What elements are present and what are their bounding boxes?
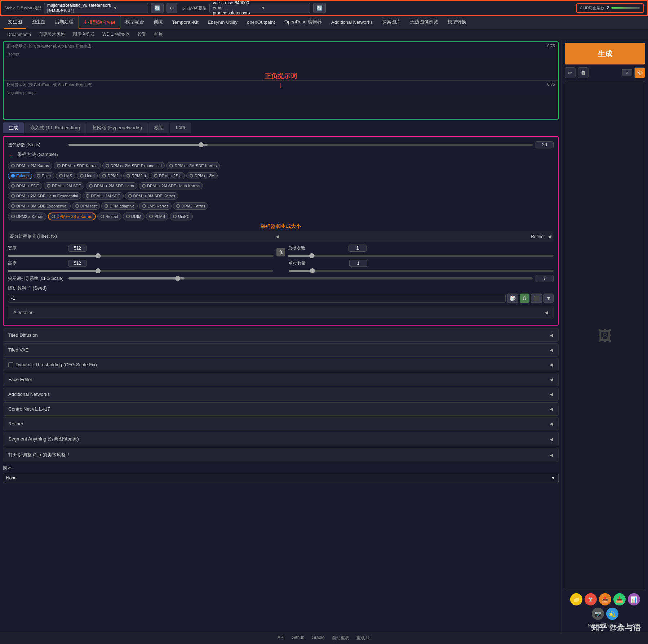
tab-generate[interactable]: 生成 <box>3 122 24 133</box>
nav-item-houqi[interactable]: 后期处理 <box>50 16 78 29</box>
batch-size-slider[interactable] <box>289 270 554 272</box>
seed-recycle-btn[interactable]: ♻ <box>520 294 529 303</box>
nav-item-wentu[interactable]: 文生图 <box>4 16 26 29</box>
sub-nav-create-style[interactable]: 创建美术风格 <box>35 29 68 40</box>
tab-lora[interactable]: Lora <box>170 122 191 133</box>
steps-slider[interactable] <box>68 144 533 146</box>
footer-gradio[interactable]: Gradio <box>312 635 325 641</box>
sampler-dpm2m-sde-karras[interactable]: DPM++ 2M SDE Karras <box>166 162 220 169</box>
sd-model-refresh-btn[interactable]: 🔄 <box>151 3 164 13</box>
accordion-face-editor-header[interactable]: Face Editor ◀ <box>3 373 558 386</box>
nav-item-tushengtu[interactable]: 图生图 <box>27 16 50 29</box>
sampler-dpm2msde-heun-exp[interactable]: DPM++ 2M SDE Heun Exponential <box>8 192 81 200</box>
sampler-dpm2m-exp[interactable]: DPM++ 2M SDE Exponential <box>102 162 165 169</box>
sampler-dpm2m[interactable]: DPM++ 2M <box>186 172 218 179</box>
sampler-euler-a[interactable]: Euler a <box>8 172 32 179</box>
footer-autoreload[interactable]: 自动重载 <box>332 635 349 641</box>
accordion-tiled-diffusion-header[interactable]: Tiled Diffusion ◀ <box>3 329 558 341</box>
trash-icon[interactable]: 🗑 <box>578 67 589 78</box>
negative-prompt-input[interactable] <box>4 96 558 118</box>
icon-upload[interactable]: 📤 <box>599 593 611 605</box>
height-thumb[interactable] <box>96 268 101 273</box>
width-slider[interactable] <box>8 255 274 257</box>
sampler-heun[interactable]: Heun <box>77 172 98 179</box>
sampler-lms[interactable]: LMS <box>56 172 76 179</box>
cfg-value[interactable]: 7 <box>536 275 554 282</box>
dynamic-thresh-checkbox[interactable] <box>8 362 13 367</box>
sampler-dpm2sa[interactable]: DPM++ 2S a <box>151 172 185 179</box>
edit-icon[interactable]: ✏ <box>565 67 576 78</box>
cfg-thumb[interactable] <box>175 276 180 281</box>
sampler-dpmsde-karras[interactable]: DPM++ SDE Karras <box>54 162 101 169</box>
icon-camera[interactable]: 📷 <box>592 608 604 620</box>
accordion-segment-anything-header[interactable]: Segment Anything (分离图像元素) ◀ <box>3 432 558 446</box>
height-slider[interactable] <box>8 270 273 272</box>
sub-nav-extensions[interactable]: 扩展 <box>151 29 167 40</box>
width-value[interactable]: 512 <box>68 245 86 252</box>
accordion-additional-networks-header[interactable]: Additional Networks ◀ <box>3 388 558 401</box>
height-value[interactable]: 512 <box>68 260 86 267</box>
sampler-dpm3msde-karras[interactable]: DPM++ 3M SDE Karras <box>125 192 179 200</box>
sampler-plms[interactable]: PLMS <box>146 213 168 220</box>
sampler-dpm2msde-heun-karras[interactable]: DPM++ 2M SDE Heun Karras <box>139 182 203 189</box>
close-x-btn[interactable]: ✕ <box>622 69 632 76</box>
footer-api[interactable]: API <box>278 635 284 641</box>
seed-black-btn[interactable]: ⬛ <box>531 294 542 303</box>
batch-size-value[interactable]: 1 <box>349 260 367 267</box>
sampler-dpmsde[interactable]: DPM++ SDE <box>8 182 42 189</box>
nav-item-openpose[interactable]: OpenPose 编辑器 <box>280 16 326 29</box>
batch-size-thumb[interactable] <box>310 268 315 273</box>
sampler-dpm2msde[interactable]: DPM++ 2M SDE <box>44 182 84 189</box>
sd-model-extra-btn[interactable]: ⚙ <box>167 3 177 13</box>
sampler-dpm2-karras[interactable]: DPM2 Karras <box>173 202 208 210</box>
nav-item-convert[interactable]: 模型转换 <box>443 16 471 29</box>
generate-button[interactable]: 生成 <box>565 43 645 64</box>
accordion-clip-style-header[interactable]: 打开以调整 Clip 的美术风格！ ◀ <box>3 448 558 462</box>
sampler-dpm-adaptive[interactable]: DPM adaptive <box>101 202 138 210</box>
total-count-thumb[interactable] <box>309 253 314 258</box>
steps-thumb[interactable] <box>199 142 204 147</box>
sampler-dpm-fast[interactable]: DPM fast <box>72 202 100 210</box>
steps-value[interactable]: 20 <box>536 141 554 148</box>
nav-item-temporal[interactable]: Temporal-Kit <box>168 17 203 28</box>
sub-nav-wd[interactable]: WD 1.4标签器 <box>99 29 133 40</box>
total-count-value[interactable]: 1 <box>349 245 367 252</box>
cfg-slider[interactable] <box>68 277 533 279</box>
accordion-tiled-vae-header[interactable]: Tiled VAE ◀ <box>3 344 558 356</box>
clip-slider[interactable] <box>611 7 640 9</box>
vae-refresh-btn[interactable]: 🔄 <box>313 3 326 13</box>
footer-github[interactable]: Github <box>292 635 304 641</box>
nav-item-model-fusion[interactable]: 模型融合 <box>121 16 148 29</box>
icon-trash2[interactable]: 🗑 <box>585 593 597 605</box>
seed-more-btn[interactable]: ▼ <box>543 294 554 303</box>
sampler-euler[interactable]: Euler <box>34 172 54 179</box>
sub-nav-settings[interactable]: 设置 <box>134 29 150 40</box>
icon-spark[interactable]: 💫 <box>606 608 618 620</box>
nav-item-additional[interactable]: Additional Networks <box>327 17 377 28</box>
tab-embedding[interactable]: 嵌入式 (T.I. Embedding) <box>25 122 86 133</box>
positive-prompt-input[interactable] <box>4 58 558 79</box>
accordion-controlnet-header[interactable]: ControlNet v1.1.417 ◀ <box>3 403 558 415</box>
hires-collapse[interactable]: ◀ <box>276 234 279 239</box>
swap-dimensions-btn[interactable]: ⇅ <box>276 248 285 256</box>
sampler-dpm2a-karras[interactable]: DPM2 a Karras <box>8 213 46 220</box>
nav-item-train[interactable]: 训练 <box>149 16 167 29</box>
tab-hypernetworks[interactable]: 超网络 (Hypernetworks) <box>86 122 148 133</box>
vae-select[interactable]: vae-ft-mse-840000-ema-pruned.safetensors… <box>209 3 310 13</box>
accordion-dynamic-thresh-header[interactable]: Dynamic Thresholding (CFG Scale Fix) ◀ <box>3 358 558 371</box>
sampler-lms-karras[interactable]: LMS Karras <box>139 202 172 210</box>
adetailer-header[interactable]: ADetailer ◀ <box>8 306 553 319</box>
footer-reload-ui[interactable]: 重载 UI <box>356 635 370 641</box>
sampler-ddim[interactable]: DDIM <box>123 213 145 220</box>
width-thumb[interactable] <box>96 253 101 258</box>
icon-download[interactable]: 📥 <box>613 593 626 605</box>
nav-item-gallery[interactable]: 探索图库 <box>378 16 405 29</box>
nav-item-outpaint[interactable]: openOutpaint <box>243 17 279 28</box>
tab-model[interactable]: 模型 <box>148 122 169 133</box>
sampler-restart[interactable]: Restart <box>97 213 121 220</box>
sampler-dpm3msde[interactable]: DPM++ 3M SDE <box>83 192 123 200</box>
sd-model-select[interactable]: majicmixRealistic_v6.safetensors [e4a30e… <box>44 3 148 13</box>
sampler-dpm2a[interactable]: DPM2 a <box>123 172 149 179</box>
sampler-dpm2msde-heun[interactable]: DPM++ 2M SDE Heun <box>86 182 137 189</box>
sampler-dpm3msde-exp[interactable]: DPM++ 3M SDE Exponential <box>8 202 71 210</box>
